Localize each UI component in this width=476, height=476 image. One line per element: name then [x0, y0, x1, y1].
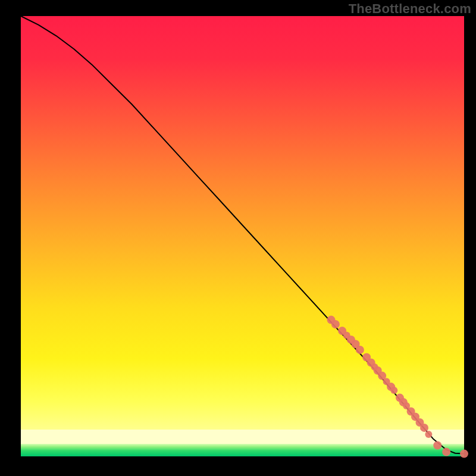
data-point: [390, 387, 397, 394]
pale-band: [21, 430, 464, 444]
data-point: [460, 450, 468, 458]
data-point: [331, 320, 340, 328]
data-point: [420, 424, 428, 432]
heat-background: [21, 16, 464, 444]
data-point: [442, 448, 450, 456]
data-point: [356, 346, 364, 354]
plot-area: [21, 16, 468, 458]
green-band: [21, 444, 464, 456]
data-point: [425, 431, 432, 438]
data-point: [433, 441, 441, 450]
chart-svg: [0, 0, 476, 476]
chart-frame: TheBottleneck.com: [0, 0, 476, 476]
